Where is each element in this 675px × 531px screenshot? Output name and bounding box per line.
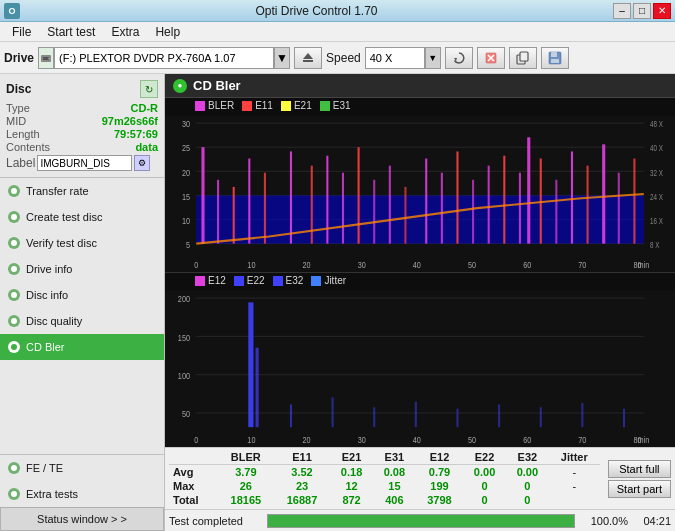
- sidebar: Disc ↻ Type CD-R MID 97m26s66f Length 79…: [0, 74, 165, 531]
- disc-label-row: Label ⚙: [6, 155, 158, 171]
- svg-text:40: 40: [413, 434, 421, 445]
- clear-button[interactable]: [477, 47, 505, 69]
- sidebar-item-fe-te[interactable]: FE / TE: [0, 455, 164, 481]
- drive-selector[interactable]: (F:) PLEXTOR DVDR PX-760A 1.07: [54, 47, 274, 69]
- svg-rect-58: [441, 173, 443, 244]
- svg-rect-61: [488, 166, 490, 244]
- stats-table: BLER E11 E21 E31 E12 E22 E32 Jitter Avg: [169, 450, 600, 507]
- stats-avg-label: Avg: [169, 465, 218, 480]
- svg-rect-50: [311, 166, 313, 244]
- drivebar: Drive (F:) PLEXTOR DVDR PX-760A 1.07 ▼ S…: [0, 42, 675, 74]
- minimize-button[interactable]: –: [613, 3, 631, 19]
- stats-avg-e22: 0.00: [463, 465, 506, 480]
- svg-rect-71: [633, 159, 635, 244]
- nav-dot-active: [8, 341, 20, 353]
- status-window-button[interactable]: Status window > >: [0, 507, 164, 531]
- eject-button[interactable]: [294, 47, 322, 69]
- svg-rect-91: [248, 302, 253, 427]
- stats-total-jitter: [549, 493, 600, 507]
- svg-rect-100: [581, 403, 583, 427]
- disc-refresh-button[interactable]: ↻: [140, 80, 158, 98]
- speed-selector[interactable]: 40 X: [365, 47, 425, 69]
- disc-type-row: Type CD-R: [6, 102, 158, 114]
- fe-te-label: FE / TE: [26, 462, 63, 474]
- svg-rect-60: [472, 180, 474, 244]
- svg-rect-68: [587, 166, 589, 244]
- stats-table-section: BLER E11 E21 E31 E12 E22 E32 Jitter Avg: [165, 448, 604, 509]
- sidebar-item-create-test-disc[interactable]: Create test disc: [0, 204, 164, 230]
- sidebar-item-disc-info[interactable]: Disc info: [0, 282, 164, 308]
- disc-mid-label: MID: [6, 115, 26, 127]
- disc-contents-value: data: [135, 141, 158, 153]
- disc-type-label: Type: [6, 102, 30, 114]
- svg-rect-48: [264, 173, 266, 244]
- close-button[interactable]: ✕: [653, 3, 671, 19]
- svg-rect-55: [389, 166, 391, 244]
- sidebar-item-cd-bler[interactable]: CD Bler: [0, 334, 164, 360]
- speed-dropdown-arrow[interactable]: ▼: [425, 47, 441, 69]
- disc-contents-label: Contents: [6, 141, 50, 153]
- svg-rect-46: [233, 187, 235, 244]
- legend-color-e22: [234, 276, 244, 286]
- svg-text:20: 20: [303, 434, 311, 445]
- disc-label-input[interactable]: [37, 155, 132, 171]
- nav-label: Disc info: [26, 289, 68, 301]
- svg-text:40: 40: [413, 259, 421, 270]
- svg-point-2: [48, 57, 50, 59]
- disc-type-value: CD-R: [131, 102, 159, 114]
- progress-bar-outer: [267, 514, 575, 528]
- window-controls: – □ ✕: [613, 3, 671, 19]
- stats-col-header-jitter: Jitter: [549, 450, 600, 465]
- disc-title: Disc: [6, 82, 31, 96]
- chart-top-svg: 30 25 20 15 10 5 48 X 40 X 32 X 24 X 16 …: [165, 116, 675, 272]
- svg-text:20: 20: [182, 166, 190, 177]
- sidebar-item-drive-info[interactable]: Drive info: [0, 256, 164, 282]
- start-part-button[interactable]: Start part: [608, 480, 671, 498]
- nav-dot: [8, 263, 20, 275]
- stats-col-header-bler: BLER: [218, 450, 274, 465]
- svg-text:100: 100: [178, 370, 190, 381]
- stats-avg-e32: 0.00: [506, 465, 549, 480]
- legend-color-e32: [273, 276, 283, 286]
- svg-text:16 X: 16 X: [650, 216, 663, 226]
- maximize-button[interactable]: □: [633, 3, 651, 19]
- menu-file[interactable]: File: [4, 23, 39, 41]
- svg-rect-1: [43, 57, 49, 60]
- sidebar-item-disc-quality[interactable]: Disc quality: [0, 308, 164, 334]
- disc-panel: Disc ↻ Type CD-R MID 97m26s66f Length 79…: [0, 74, 164, 178]
- drive-dropdown-arrow[interactable]: ▼: [274, 47, 290, 69]
- label-settings-icon[interactable]: ⚙: [134, 155, 150, 171]
- nav-label: Drive info: [26, 263, 72, 275]
- nav-dot: [8, 185, 20, 197]
- stats-max-e32: 0: [506, 479, 549, 493]
- menu-help[interactable]: Help: [147, 23, 188, 41]
- refresh-button[interactable]: [445, 47, 473, 69]
- menu-start-test[interactable]: Start test: [39, 23, 103, 41]
- nav-dot: [8, 488, 20, 500]
- sidebar-item-verify-test-disc[interactable]: Verify test disc: [0, 230, 164, 256]
- svg-rect-4: [303, 60, 313, 62]
- svg-text:10: 10: [247, 434, 255, 445]
- main-layout: Disc ↻ Type CD-R MID 97m26s66f Length 79…: [0, 74, 675, 531]
- menubar: File Start test Extra Help: [0, 22, 675, 42]
- svg-rect-96: [415, 402, 417, 428]
- svg-rect-99: [540, 407, 542, 427]
- svg-rect-44: [201, 147, 204, 243]
- svg-text:24 X: 24 X: [650, 192, 663, 202]
- svg-text:150: 150: [178, 332, 190, 343]
- sidebar-item-extra-tests[interactable]: Extra tests: [0, 481, 164, 507]
- save-button[interactable]: [541, 47, 569, 69]
- svg-text:min: min: [638, 259, 650, 270]
- sidebar-item-transfer-rate[interactable]: Transfer rate: [0, 178, 164, 204]
- svg-text:15: 15: [182, 191, 190, 202]
- svg-rect-95: [373, 407, 375, 427]
- svg-text:20: 20: [303, 259, 311, 270]
- svg-text:25: 25: [182, 142, 190, 153]
- nav-label: Disc quality: [26, 315, 82, 327]
- menu-extra[interactable]: Extra: [103, 23, 147, 41]
- svg-text:10: 10: [182, 215, 190, 226]
- svg-rect-98: [498, 404, 500, 427]
- start-full-button[interactable]: Start full: [608, 460, 671, 478]
- copy-button[interactable]: [509, 47, 537, 69]
- chart-bottom-svg: 200 150 100 50 0 10 20 30 40 50 60 70 80…: [165, 291, 675, 447]
